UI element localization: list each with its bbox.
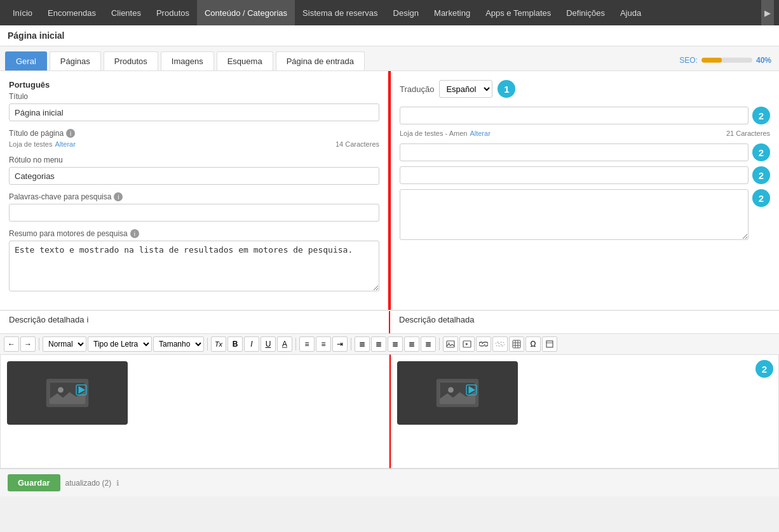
nav-marketing[interactable]: Marketing	[426, 0, 478, 25]
right-desc-label-container: Descrição detalhada	[389, 311, 779, 333]
nav-encomendas[interactable]: Encomendas	[40, 0, 104, 25]
rotulo-menu-input[interactable]	[9, 167, 379, 185]
rotulo-menu-group: Rótulo no menu	[9, 156, 379, 185]
style-select[interactable]: Normal	[43, 336, 86, 352]
special-char-button[interactable]: Ω	[525, 336, 541, 352]
unlink-button[interactable]	[492, 336, 508, 352]
titulo-pagina-alterar-link[interactable]: Alterar	[55, 140, 76, 148]
nav-definicoes[interactable]: Definições	[559, 0, 613, 25]
palavras-chave-input[interactable]	[9, 204, 379, 222]
underline-button[interactable]: U	[261, 336, 276, 352]
left-editor[interactable]	[0, 354, 390, 469]
titulo-input[interactable]	[9, 103, 379, 121]
content-area: Português Título Título de página i Loja…	[0, 71, 779, 310]
italic-button[interactable]: I	[244, 336, 259, 352]
right-titulo-input[interactable]	[400, 107, 749, 124]
table-button[interactable]	[509, 336, 524, 352]
nav-produtos[interactable]: Produtos	[149, 0, 197, 25]
nav-conteudo-categorias[interactable]: Conteúdo / Categorias	[197, 0, 295, 25]
right-panel: Tradução Español English Français Deutsc…	[390, 71, 779, 310]
desc-info-icon[interactable]: i	[87, 315, 89, 324]
ul-button[interactable]: ≡	[316, 336, 331, 352]
loja-testes-text: Loja de testes	[9, 140, 53, 148]
right-alterar-link[interactable]: Alterar	[470, 130, 490, 137]
left-desc-label-container: Descrição detalhada i	[0, 311, 389, 333]
desc-labels-row: Descrição detalhada i Descrição detalhad…	[0, 310, 779, 333]
rotulo-menu-label: Rótulo no menu	[9, 156, 379, 164]
left-panel: Português Título Título de página i Loja…	[0, 71, 390, 310]
editor-columns: 2	[0, 354, 779, 469]
color-button[interactable]: A	[277, 336, 292, 352]
toolbar-divider-1	[39, 338, 39, 350]
titulo-label: Título	[9, 92, 379, 101]
nav-inicio[interactable]: Início	[5, 0, 40, 25]
ol-button[interactable]: ≡	[299, 336, 315, 352]
nav-corner-icon[interactable]: ▶	[761, 0, 774, 25]
badge-1: 1	[498, 80, 515, 98]
seo-percent: 40%	[756, 56, 771, 65]
svg-rect-0	[447, 341, 454, 347]
badge-2c: 2	[752, 166, 770, 184]
clear-format-button[interactable]: Tx	[211, 336, 226, 352]
status-text: atualizado (2)	[65, 479, 112, 488]
bold-button[interactable]: B	[227, 336, 243, 352]
palavras-chave-info-icon[interactable]: i	[114, 192, 123, 201]
right-resumo-textarea[interactable]	[400, 189, 749, 240]
maximize-button[interactable]	[542, 336, 557, 352]
justify-button[interactable]: ≣	[404, 336, 419, 352]
right-rotulo-input[interactable]	[400, 143, 749, 161]
titulo-pagina-meta: Loja de testes Alterar 14 Caracteres	[9, 140, 379, 148]
right-meta-row: Loja de testes - Amen Alterar 21 Caracte…	[400, 130, 770, 137]
image-button[interactable]	[443, 336, 458, 352]
tab-imagens[interactable]: Imagens	[161, 51, 214, 70]
align-left-button[interactable]: ≣	[355, 336, 370, 352]
tab-geral[interactable]: Geral	[5, 51, 47, 70]
toolbar-divider-3	[295, 338, 296, 350]
toolbar-divider-5	[439, 338, 440, 350]
loja-testes-amen-text: Loja de testes - Amen	[400, 130, 467, 137]
nav-clientes[interactable]: Clientes	[104, 0, 149, 25]
titulo-pagina-caracteres: 14 Caracteres	[335, 140, 379, 148]
bottom-bar: Guardar atualizado (2) ℹ	[0, 469, 779, 496]
page-title: Página inicial	[8, 30, 771, 41]
resumo-textarea[interactable]: Este texto e mostrado na lista de result…	[9, 241, 379, 291]
tab-pagina-entrada[interactable]: Página de entrada	[276, 51, 365, 70]
tab-paginas[interactable]: Páginas	[50, 51, 101, 70]
undo-button[interactable]: ←	[4, 336, 19, 352]
size-select[interactable]: Tamanho	[153, 336, 204, 352]
seo-label: SEO:	[679, 56, 698, 65]
resumo-info-icon[interactable]: i	[130, 229, 139, 238]
toolbar-divider-2	[207, 338, 208, 350]
nav-apps-templates[interactable]: Apps e Templates	[478, 0, 559, 25]
palavras-chave-label: Palavras-chave para pesquisa i	[9, 192, 379, 201]
svg-point-16	[448, 387, 454, 393]
redo-button[interactable]: →	[20, 336, 36, 352]
titulo-field-group: Título	[9, 92, 379, 121]
seo-bar-fill	[701, 58, 722, 63]
align-right-button[interactable]: ≣	[388, 336, 403, 352]
left-desc-label: Descrição detalhada i	[9, 315, 380, 324]
indent-more-button[interactable]: ⇥	[332, 336, 348, 352]
traducao-select[interactable]: Español English Français Deutsch	[439, 80, 492, 98]
right-editor[interactable]: 2	[390, 354, 780, 469]
align-opts-button[interactable]: ≣	[421, 336, 436, 352]
link-button[interactable]	[476, 336, 491, 352]
tab-bar: Geral Páginas Produtos Imagens Esquema P…	[0, 46, 779, 71]
badge-2e: 2	[755, 360, 773, 378]
titulo-pagina-group: Título de página i Loja de testes Altera…	[9, 129, 379, 148]
nav-design[interactable]: Design	[386, 0, 426, 25]
tab-produtos[interactable]: Produtos	[104, 51, 158, 70]
resumo-group: Resumo para motores de pesquisa i Este t…	[9, 229, 379, 293]
titulo-pagina-info-icon[interactable]: i	[66, 129, 75, 138]
slideshow-button[interactable]	[459, 336, 475, 352]
tab-esquema[interactable]: Esquema	[217, 51, 273, 70]
guardar-button[interactable]: Guardar	[8, 474, 60, 491]
right-palavras-input[interactable]	[400, 166, 749, 184]
nav-ajuda[interactable]: Ajuda	[613, 0, 649, 25]
resumo-label: Resumo para motores de pesquisa i	[9, 229, 379, 238]
align-center-button[interactable]: ≣	[371, 336, 386, 352]
nav-sistema-reservas[interactable]: Sistema de reservas	[295, 0, 386, 25]
titulo-pagina-label: Título de página i	[9, 129, 379, 138]
font-select[interactable]: Tipo de Letra	[88, 336, 152, 352]
badge-2b: 2	[752, 143, 770, 161]
